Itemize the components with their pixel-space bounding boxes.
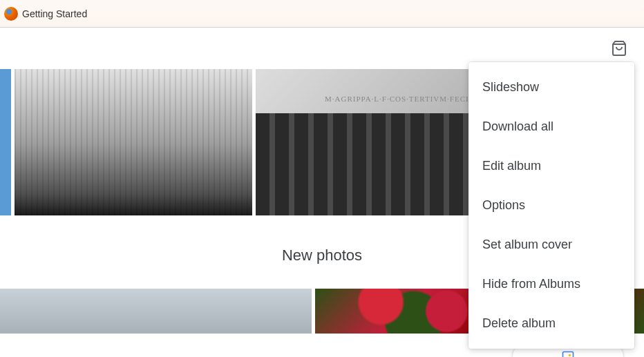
order-photos-button[interactable] <box>605 35 633 62</box>
svg-rect-1 <box>563 352 574 358</box>
menu-item-set-album-cover[interactable]: Set album cover <box>468 225 634 264</box>
menu-item-hide-from-albums[interactable]: Hide from Albums <box>468 264 634 304</box>
photo-thumbnail[interactable] <box>0 289 312 334</box>
menu-item-edit-album[interactable]: Edit album <box>468 146 634 186</box>
image-icon <box>560 350 576 357</box>
photo-thumbnail[interactable] <box>15 69 252 215</box>
menu-item-slideshow[interactable]: Slideshow <box>468 68 634 107</box>
main-content: M·AGRIPPA·L·F·COS·TERTIVM·FECIT New phot… <box>0 28 644 357</box>
photo-thumbnail[interactable] <box>0 69 11 215</box>
more-options-menu: Slideshow Download all Edit album Option… <box>468 62 634 349</box>
bookmark-link[interactable]: Getting Started <box>22 8 87 19</box>
inscription-text: M·AGRIPPA·L·F·COS·TERTIVM·FECIT <box>325 95 474 103</box>
menu-item-options[interactable]: Options <box>468 186 634 225</box>
menu-item-delete-album[interactable]: Delete album <box>468 304 634 343</box>
browser-bookmarks-bar: Getting Started <box>0 0 644 28</box>
svg-point-2 <box>569 354 571 356</box>
menu-item-download-all[interactable]: Download all <box>468 107 634 146</box>
firefox-icon <box>4 7 18 21</box>
